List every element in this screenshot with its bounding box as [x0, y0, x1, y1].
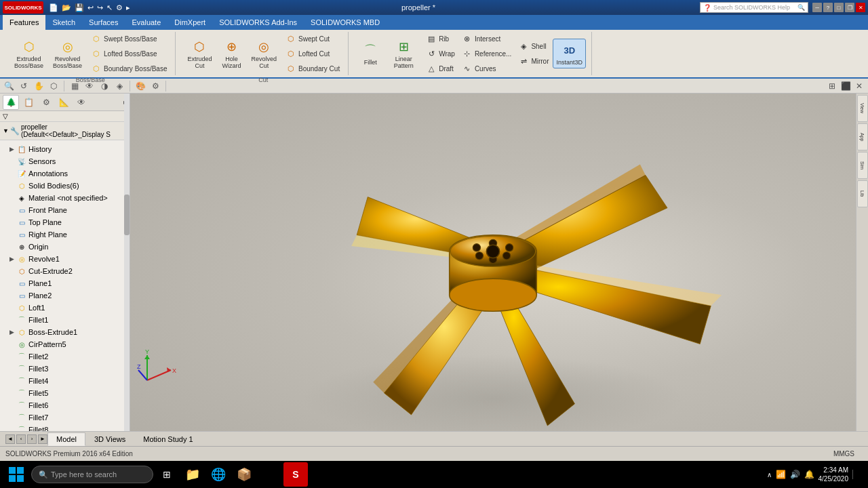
mail-icon[interactable]: ✉: [258, 462, 282, 487]
new-icon[interactable]: 📄: [47, 3, 60, 12]
view-settings-icon[interactable]: ⚙: [149, 80, 161, 92]
display-style-icon[interactable]: ▦: [68, 80, 81, 92]
wrap-button[interactable]: ↺ Wrap: [423, 47, 458, 60]
boundary-cut-button[interactable]: ⬡ Boundary Cut: [283, 62, 342, 75]
save-icon[interactable]: 💾: [73, 3, 85, 12]
tree-item-solid-bodies[interactable]: ⬡ Solid Bodies(6): [0, 180, 130, 192]
tab-dimxpert[interactable]: DimXpert: [167, 15, 212, 30]
tree-item-origin[interactable]: ⊕ Origin: [0, 241, 130, 253]
open-icon[interactable]: 📂: [60, 3, 73, 12]
task-view-button[interactable]: ⊞: [155, 462, 179, 487]
maximize-view-icon[interactable]: ⬛: [840, 80, 852, 92]
scroll-prev-button[interactable]: ‹: [16, 434, 26, 444]
sidebar-scrollbar-thumb[interactable]: [124, 195, 130, 235]
tree-item-history[interactable]: ▶ 📋 History: [0, 143, 130, 155]
pan-icon[interactable]: ✋: [33, 80, 45, 92]
tree-item-plane1[interactable]: ▭ Plane1: [0, 277, 130, 289]
feature-manager-tab[interactable]: 🌲: [3, 95, 19, 110]
tab-features[interactable]: Features: [3, 15, 45, 30]
appearances-button[interactable]: App: [857, 123, 868, 150]
tree-item-fillet5[interactable]: ⌒ Fillet5: [0, 387, 130, 399]
maximize-button[interactable]: □: [834, 3, 844, 12]
dimxpert-manager-tab[interactable]: 📐: [56, 95, 72, 110]
tree-item-revolve1[interactable]: ▶ ◎ Revolve1: [0, 253, 130, 265]
model-tab[interactable]: Model: [47, 432, 85, 446]
tree-item-boss-extrude1[interactable]: ▶ ⬡ Boss-Extrude1: [0, 326, 130, 338]
edge-icon[interactable]: 🌐: [206, 462, 231, 487]
boundary-boss-button[interactable]: ⬡ Boundary Boss/Base: [88, 62, 170, 75]
view-palette-button[interactable]: View: [857, 95, 868, 122]
tree-item-annotations[interactable]: 📝 Annotations: [0, 167, 130, 180]
tab-surfaces[interactable]: Surfaces: [82, 15, 125, 30]
simulation-button[interactable]: Sim: [857, 152, 868, 179]
help-search-box[interactable]: ❓ Search SOLIDWORKS Help 🔍: [700, 2, 808, 13]
tile-icon[interactable]: ⊞: [826, 80, 838, 92]
tree-item-fillet2[interactable]: ⌒ Fillet2: [0, 350, 130, 363]
propeller-expand-icon[interactable]: ▼: [3, 127, 9, 134]
tree-item-sensors[interactable]: 📡 Sensors: [0, 155, 130, 167]
show-desktop-button[interactable]: [852, 470, 863, 479]
rotate-icon[interactable]: ↺: [18, 80, 30, 92]
mirror-button[interactable]: ⇌ Mirror: [515, 54, 551, 68]
tree-item-fillet4[interactable]: ⌒ Fillet4: [0, 375, 130, 387]
tree-item-plane2[interactable]: ▭ Plane2: [0, 289, 130, 302]
solidworks-taskbar-icon[interactable]: S: [283, 462, 308, 487]
display-manager-tab[interactable]: 👁: [73, 95, 90, 110]
swept-boss-button[interactable]: ⬡ Swept Boss/Base: [88, 32, 170, 45]
view-orient-icon[interactable]: ⬡: [47, 80, 60, 92]
undo-icon[interactable]: ↩: [86, 3, 95, 12]
restore-button[interactable]: ❐: [845, 3, 854, 12]
instant3d-button[interactable]: 3D Instant3D: [553, 39, 586, 68]
scroll-right-button[interactable]: ►: [38, 434, 47, 444]
revolved-cut-button[interactable]: ◎ RevolvedCut: [248, 35, 280, 72]
close-button[interactable]: ✕: [856, 3, 865, 12]
appearance-icon[interactable]: 🎨: [134, 80, 146, 92]
arrow-icon[interactable]: ▸: [125, 3, 132, 12]
tree-item-right-plane[interactable]: ▭ Right Plane: [0, 228, 130, 241]
view-focus-icon[interactable]: ◈: [113, 80, 125, 92]
tree-item-top-plane[interactable]: ▭ Top Plane: [0, 216, 130, 228]
tree-item-cirpattern5[interactable]: ◎ CirPattern5: [0, 338, 130, 350]
tree-item-loft1[interactable]: ⬡ Loft1: [0, 302, 130, 314]
design-library-button[interactable]: Lib: [857, 180, 868, 207]
volume-icon[interactable]: 🔊: [790, 470, 800, 479]
network-icon[interactable]: 📶: [776, 470, 786, 479]
view-close-icon[interactable]: ✕: [853, 80, 865, 92]
intersect-button[interactable]: ⊗ Intersect: [459, 32, 514, 45]
scroll-left-button[interactable]: ◄: [5, 434, 15, 444]
store-icon[interactable]: 📦: [232, 462, 256, 487]
config-manager-tab[interactable]: ⚙: [38, 95, 54, 110]
hide-show-icon[interactable]: 👁: [83, 80, 96, 92]
property-manager-tab[interactable]: 📋: [20, 95, 37, 110]
system-clock[interactable]: 2:34 AM 4/25/2020: [818, 466, 849, 483]
fillet-button[interactable]: ⌒ Fillet: [357, 39, 384, 68]
tree-item-fillet3[interactable]: ⌒ Fillet3: [0, 363, 130, 375]
notification-icon[interactable]: 🔔: [804, 470, 814, 479]
swept-cut-button[interactable]: ⬡ Swept Cut: [283, 32, 342, 45]
shell-button[interactable]: ◈ Shell: [515, 39, 551, 53]
tray-arrow-icon[interactable]: ∧: [767, 471, 772, 479]
rib-button[interactable]: ▤ Rib: [423, 32, 458, 45]
tab-mbd[interactable]: SOLIDWORKS MBD: [304, 15, 387, 30]
tree-item-fillet7[interactable]: ⌒ Fillet7: [0, 411, 130, 424]
tree-item-front-plane[interactable]: ▭ Front Plane: [0, 204, 130, 216]
tree-item-fillet6[interactable]: ⌒ Fillet6: [0, 399, 130, 411]
3d-views-tab[interactable]: 3D Views: [85, 432, 134, 446]
select-icon[interactable]: ↖: [105, 3, 114, 12]
tab-evaluate[interactable]: Evaluate: [125, 15, 167, 30]
help-btn[interactable]: ?: [823, 3, 833, 12]
draft-button[interactable]: △ Draft: [423, 62, 458, 75]
taskbar-search-box[interactable]: 🔍 Type here to search: [31, 466, 153, 483]
linear-pattern-button[interactable]: ⊞ Linear Pattern: [385, 35, 422, 72]
tab-sketch[interactable]: Sketch: [45, 15, 82, 30]
lofted-cut-button[interactable]: ⬡ Lofted Cut: [283, 47, 342, 60]
zoom-icon[interactable]: 🔍: [3, 80, 15, 92]
revolved-boss-base-button[interactable]: ◎ RevolvedBoss/Base: [50, 35, 85, 72]
section-view-icon[interactable]: ◑: [98, 80, 111, 92]
tree-item-fillet8[interactable]: ⌒ Fillet8: [0, 424, 130, 431]
sidebar-scrollbar[interactable]: [124, 94, 130, 431]
3d-viewport[interactable]: X Y Z: [130, 94, 856, 431]
start-button[interactable]: [3, 462, 30, 487]
reference-button[interactable]: ⊹ Reference...: [459, 47, 514, 60]
tab-addins[interactable]: SOLIDWORKS Add-Ins: [212, 15, 304, 30]
